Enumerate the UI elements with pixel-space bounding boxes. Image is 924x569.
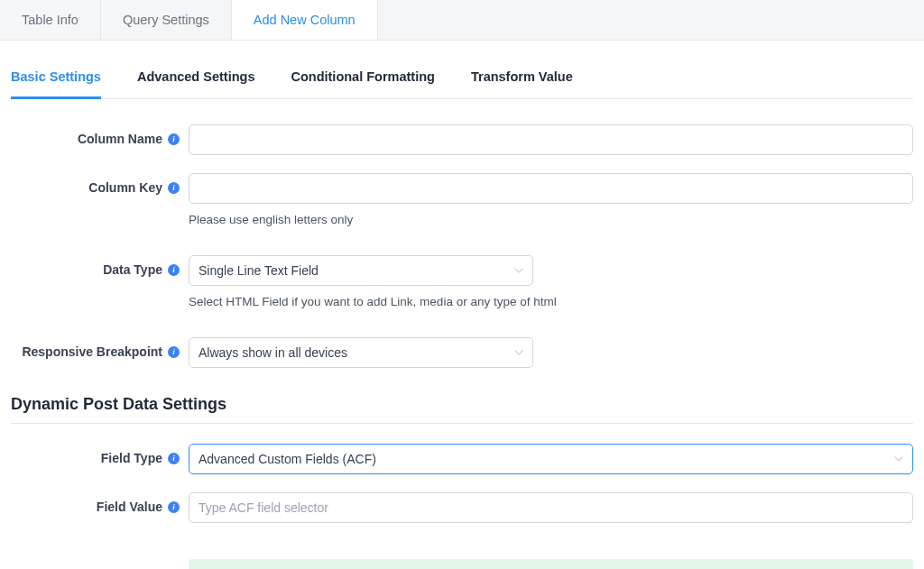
field-type-select[interactable]: Advanced Custom Fields (ACF) xyxy=(189,444,913,474)
info-icon[interactable]: i xyxy=(168,501,180,513)
tab-table-info[interactable]: Table Info xyxy=(0,0,101,40)
subtab-basic-settings[interactable]: Basic Settings xyxy=(11,69,101,99)
row-column-key: Column Key i Please use english letters … xyxy=(11,173,913,226)
column-key-input[interactable] xyxy=(189,173,913,204)
section-divider xyxy=(11,423,913,424)
row-column-name: Column Name i xyxy=(11,124,913,155)
column-name-input[interactable] xyxy=(189,124,913,155)
tab-query-settings[interactable]: Query Settings xyxy=(101,0,232,40)
data-type-select[interactable]: Single Line Text Field xyxy=(189,255,533,286)
label-column-name: Column Name i xyxy=(11,124,189,146)
subtab-conditional-formatting[interactable]: Conditional Formatting xyxy=(291,69,434,99)
label-data-type: Data Type i xyxy=(11,255,189,277)
row-field-value: Field Value i You can populate any ACF f… xyxy=(11,492,913,569)
label-column-key: Column Key i xyxy=(11,173,189,195)
subtab-advanced-settings[interactable]: Advanced Settings xyxy=(137,69,255,99)
info-icon[interactable]: i xyxy=(168,182,180,194)
info-icon[interactable]: i xyxy=(168,264,180,276)
data-type-help: Select HTML Field if you want to add Lin… xyxy=(189,295,913,308)
info-icon[interactable]: i xyxy=(168,346,180,358)
label-responsive-breakpoint: Responsive Breakpoint i xyxy=(11,337,189,359)
info-icon[interactable]: i xyxy=(168,133,180,145)
row-field-type: Field Type i Advanced Custom Fields (ACF… xyxy=(11,444,913,474)
section-heading-dynamic: Dynamic Post Data Settings xyxy=(11,395,913,414)
tab-add-new-column[interactable]: Add New Column xyxy=(232,0,378,40)
acf-notice: You can populate any ACF fields. Please … xyxy=(189,559,913,569)
responsive-breakpoint-select[interactable]: Always show in all devices xyxy=(189,337,533,368)
column-key-help: Please use english letters only xyxy=(189,213,913,226)
field-value-input[interactable] xyxy=(189,492,913,523)
info-icon[interactable]: i xyxy=(168,453,180,464)
sub-tabs: Basic Settings Advanced Settings Conditi… xyxy=(11,69,913,99)
row-data-type: Data Type i Single Line Text Field Selec… xyxy=(11,255,913,308)
subtab-transform-value[interactable]: Transform Value xyxy=(471,69,573,99)
content-panel: Basic Settings Advanced Settings Conditi… xyxy=(0,41,924,569)
label-field-value: Field Value i xyxy=(11,492,189,514)
top-tabs: Table Info Query Settings Add New Column xyxy=(0,0,924,41)
label-field-type: Field Type i xyxy=(11,444,189,465)
row-responsive-breakpoint: Responsive Breakpoint i Always show in a… xyxy=(11,337,913,368)
